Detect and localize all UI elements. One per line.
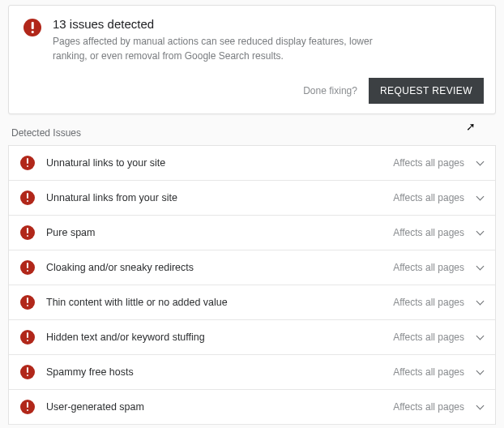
issue-affects-label: Affects all pages — [393, 157, 464, 169]
issue-affects-label: Affects all pages — [393, 366, 464, 378]
chevron-down-icon — [476, 229, 484, 237]
summary-card: 13 issues detected Pages affected by man… — [8, 5, 496, 114]
issue-affects-label: Affects all pages — [393, 332, 464, 343]
issue-row[interactable]: Spammy free hostsAffects all pages — [9, 355, 495, 390]
alert-icon — [20, 156, 35, 170]
issue-row[interactable]: Thin content with little or no added val… — [9, 285, 495, 320]
issue-row[interactable]: Hidden text and/or keyword stuffingAffec… — [9, 320, 495, 355]
issue-title: Cloaking and/or sneaky redirects — [46, 262, 393, 273]
issue-affects-label: Affects all pages — [393, 297, 464, 308]
alert-icon — [20, 400, 35, 414]
issue-row[interactable]: Unnatural links from your siteAffects al… — [9, 181, 495, 216]
summary-description: Pages affected by manual actions can see… — [53, 34, 409, 63]
alert-icon — [20, 330, 35, 345]
alert-icon — [20, 260, 35, 275]
issue-affects-label: Affects all pages — [393, 401, 464, 413]
alert-icon — [20, 225, 35, 240]
issue-title: Unnatural links from your site — [46, 192, 393, 203]
summary-title: 13 issues detected — [53, 17, 409, 31]
issue-row[interactable]: Cloaking and/or sneaky redirectsAffects … — [9, 250, 495, 285]
issue-row[interactable]: User-generated spamAffects all pages — [9, 390, 495, 425]
alert-icon — [23, 19, 41, 36]
issue-title: User-generated spam — [46, 401, 393, 413]
issue-affects-label: Affects all pages — [393, 227, 464, 238]
alert-icon — [20, 295, 35, 310]
issues-list: Unnatural links to your siteAffects all … — [8, 145, 496, 425]
chevron-down-icon — [476, 298, 484, 306]
chevron-down-icon — [476, 403, 484, 411]
chevron-down-icon — [476, 333, 484, 341]
alert-icon — [20, 365, 35, 379]
alert-icon — [20, 190, 35, 205]
chevron-down-icon — [476, 194, 484, 202]
issue-title: Hidden text and/or keyword stuffing — [46, 332, 393, 343]
chevron-down-icon — [476, 263, 484, 272]
chevron-down-icon — [476, 368, 484, 376]
issue-row[interactable]: Pure spamAffects all pages — [9, 216, 495, 250]
issue-title: Unnatural links to your site — [46, 157, 393, 169]
issue-title: Thin content with little or no added val… — [46, 297, 393, 308]
issue-affects-label: Affects all pages — [393, 192, 464, 203]
detected-issues-label: Detected Issues — [0, 124, 504, 145]
issue-title: Pure spam — [46, 227, 393, 238]
issue-affects-label: Affects all pages — [393, 262, 464, 273]
issue-title: Spammy free hosts — [46, 366, 393, 378]
issue-row[interactable]: Unnatural links to your siteAffects all … — [9, 146, 495, 181]
summary-actions: Done fixing? REQUEST REVIEW — [9, 71, 495, 113]
done-fixing-label: Done fixing? — [303, 85, 357, 96]
summary-header: 13 issues detected Pages affected by man… — [9, 6, 495, 71]
request-review-button[interactable]: REQUEST REVIEW — [369, 78, 484, 104]
summary-text: 13 issues detected Pages affected by man… — [53, 17, 409, 63]
chevron-down-icon — [476, 159, 484, 167]
